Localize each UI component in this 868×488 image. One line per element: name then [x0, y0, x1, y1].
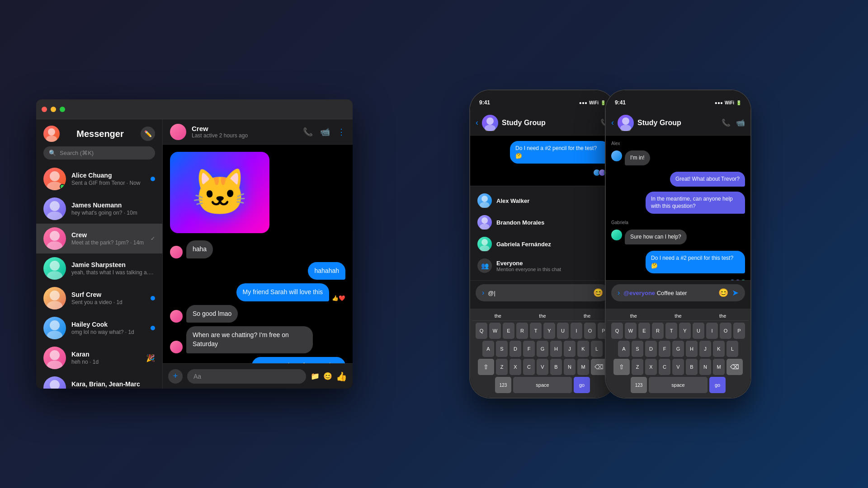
back-button[interactable]: ‹	[476, 118, 478, 127]
phone-2-send-button[interactable]: ➤	[732, 288, 739, 298]
key-G[interactable]: G	[537, 341, 548, 357]
key-V[interactable]: V	[537, 359, 548, 375]
key-R[interactable]: R	[516, 323, 528, 339]
like-button[interactable]: 👍	[336, 371, 347, 382]
phone-1-input-text[interactable]: @|	[488, 290, 590, 296]
emoji-icon[interactable]: 😊	[323, 372, 332, 380]
key-C[interactable]: C	[523, 359, 535, 375]
user-avatar[interactable]	[43, 126, 60, 142]
phone-2-video-icon[interactable]: 📹	[736, 118, 745, 127]
conv-item-hailey[interactable]: Hailey Cook omg lol no way what? · 1d	[36, 313, 162, 343]
p2-key-123[interactable]: 123	[631, 377, 647, 393]
p2-key-Z[interactable]: Z	[632, 359, 643, 375]
p2-key-C[interactable]: C	[659, 359, 670, 375]
key-A[interactable]: A	[482, 341, 494, 357]
video-call-icon[interactable]: 📹	[320, 127, 330, 137]
message-input[interactable]: Aa	[187, 369, 306, 384]
conv-item-alice[interactable]: Alice Chuang Sent a GIF from Tenor · Now	[36, 164, 162, 194]
conv-item-crew[interactable]: Crew Meet at the park? 1pm? · 14m ✓	[36, 224, 162, 253]
key-U[interactable]: U	[557, 323, 569, 339]
phone-2-back-button[interactable]: ‹	[611, 118, 614, 127]
key-F[interactable]: F	[523, 341, 535, 357]
more-options-icon[interactable]: ⋮	[337, 127, 345, 137]
conv-preview-alice: Sent a GIF from Tenor · Now	[71, 180, 145, 186]
key-I[interactable]: I	[571, 323, 582, 339]
p2-key-R[interactable]: R	[652, 323, 664, 339]
compose-button[interactable]: ✏️	[141, 127, 155, 141]
key-delete[interactable]: ⌫	[591, 359, 607, 375]
p2-key-H[interactable]: H	[686, 341, 698, 357]
p2-key-Q[interactable]: Q	[611, 323, 623, 339]
p2-key-P[interactable]: P	[733, 323, 745, 339]
p2-key-N[interactable]: N	[699, 359, 711, 375]
key-X[interactable]: X	[509, 359, 521, 375]
p2-key-V[interactable]: V	[672, 359, 684, 375]
key-K[interactable]: K	[577, 341, 589, 357]
p2-key-B[interactable]: B	[686, 359, 698, 375]
add-button[interactable]: +	[168, 369, 183, 384]
phone-1-input-bar[interactable]: › @| 😊	[476, 284, 609, 301]
phone-2-call-icon[interactable]: 📞	[722, 118, 731, 127]
conv-item-jamie[interactable]: Jamie Sharpsteen yeah, thats what I was …	[36, 253, 162, 283]
p2-key-X[interactable]: X	[645, 359, 657, 375]
phone-call-icon[interactable]: 📞	[303, 127, 313, 137]
key-shift[interactable]: ⇧	[478, 359, 494, 375]
mention-item-brandon[interactable]: Brandon Morales	[470, 211, 615, 233]
key-O[interactable]: O	[584, 323, 596, 339]
p2-key-F[interactable]: F	[659, 341, 670, 357]
key-J[interactable]: J	[564, 341, 576, 357]
key-123[interactable]: 123	[495, 377, 511, 393]
conv-item-kara[interactable]: Kara, Brian, Jean-Marc pedanticalice sen…	[36, 373, 162, 389]
key-Q[interactable]: Q	[476, 323, 487, 339]
search-bar[interactable]: 🔍 Search (⌘K)	[43, 146, 155, 160]
p2-key-A[interactable]: A	[618, 341, 630, 357]
phone-2-input-bar[interactable]: › @everyone Coffee later 😊 ➤	[611, 284, 745, 301]
p2-key-E[interactable]: E	[638, 323, 650, 339]
p2-key-shift[interactable]: ⇧	[613, 359, 630, 375]
p2-key-M[interactable]: M	[713, 359, 725, 375]
p2-key-T[interactable]: T	[665, 323, 677, 339]
key-L[interactable]: L	[591, 341, 603, 357]
conv-item-surf[interactable]: Surf Crew Sent you a video · 1d	[36, 283, 162, 313]
key-E[interactable]: E	[503, 323, 514, 339]
key-T[interactable]: T	[530, 323, 542, 339]
gif-icon[interactable]: 📁	[311, 372, 320, 380]
phone-2-input-text[interactable]: @everyone Coffee later	[623, 290, 715, 296]
p2-key-Y[interactable]: Y	[679, 323, 691, 339]
key-S[interactable]: S	[496, 341, 508, 357]
conv-item-james[interactable]: James Nuemann hey what's going on? · 10m	[36, 194, 162, 224]
key-Z[interactable]: Z	[496, 359, 508, 375]
key-D[interactable]: D	[509, 341, 521, 357]
p2-key-go[interactable]: go	[709, 377, 726, 393]
p2-key-D[interactable]: D	[645, 341, 657, 357]
p2-key-G[interactable]: G	[672, 341, 684, 357]
key-go[interactable]: go	[574, 377, 590, 393]
phone-1-emoji-button[interactable]: 😊	[593, 288, 603, 298]
conv-item-karan[interactable]: Karan heh no · 1d 🎉	[36, 343, 162, 373]
key-W[interactable]: W	[489, 323, 501, 339]
key-B[interactable]: B	[550, 359, 562, 375]
phone-2-emoji-button[interactable]: 😊	[718, 288, 728, 298]
p2-key-I[interactable]: I	[706, 323, 718, 339]
p2-key-K[interactable]: K	[713, 341, 725, 357]
key-space[interactable]: space	[513, 377, 572, 393]
p2-key-L[interactable]: L	[726, 341, 738, 357]
p2-key-W[interactable]: W	[625, 323, 637, 339]
key-Y[interactable]: Y	[543, 323, 555, 339]
p2-key-space[interactable]: space	[649, 377, 708, 393]
key-N[interactable]: N	[564, 359, 576, 375]
mention-item-gabriela[interactable]: Gabriela Fernández	[470, 233, 615, 255]
key-M[interactable]: M	[577, 359, 589, 375]
p2-key-O[interactable]: O	[720, 323, 731, 339]
mention-item-alex[interactable]: Alex Walker	[470, 190, 615, 211]
p2-key-delete[interactable]: ⌫	[726, 359, 743, 375]
p2-key-J[interactable]: J	[699, 341, 711, 357]
key-H[interactable]: H	[550, 341, 562, 357]
p2-key-S[interactable]: S	[632, 341, 643, 357]
maximize-dot[interactable]	[60, 107, 65, 112]
mention-item-everyone[interactable]: 👥 Everyone Mention everyone in this chat	[470, 255, 615, 277]
minimize-dot[interactable]	[51, 107, 56, 112]
close-dot[interactable]	[42, 107, 47, 112]
phone-2-bubble-help: Sure how can I help?	[625, 230, 687, 244]
p2-key-U[interactable]: U	[693, 323, 704, 339]
